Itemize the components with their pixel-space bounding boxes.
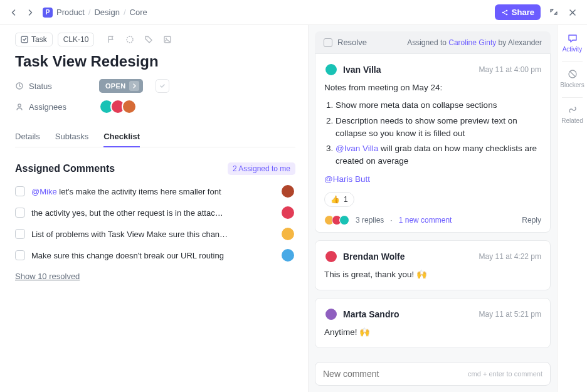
resolve-label[interactable]: Resolve (337, 38, 367, 47)
sidebar-item-related[interactable]: Related (558, 103, 587, 128)
avatar[interactable] (122, 99, 137, 114)
list-item: @Ivan Villa will grab data on how many c… (336, 142, 541, 168)
avatar[interactable] (280, 184, 295, 199)
composer-hint: cmd + enter to comment (468, 370, 542, 378)
assigned-comments-list: @Mike let's make the activity items here… (15, 184, 295, 263)
status-chip[interactable]: OPEN (99, 79, 143, 93)
right-sidebar: Activity Blockers Related (557, 25, 587, 392)
status-next-icon[interactable] (129, 81, 139, 91)
breadcrumb-item[interactable]: Product (56, 8, 85, 17)
svg-point-2 (506, 13, 508, 15)
reaction-count: 1 (344, 194, 348, 205)
tag-icon[interactable] (144, 35, 153, 44)
list-item: Description needs to show some preview t… (336, 115, 541, 140)
assignees-label: Assignees (15, 102, 90, 112)
share-button[interactable]: Share (495, 4, 541, 20)
task-type-label: Task (31, 35, 47, 44)
tab-checklist[interactable]: Checklist (103, 127, 140, 147)
activity-card: Ivan Villa May 11 at 4:00 pm Notes from … (315, 54, 551, 233)
tabs: Details Subtasks Checklist (15, 127, 295, 147)
comment-body: Notes from meeting on May 24: (324, 82, 541, 94)
right-pane: Resolve Assigned to Caroline Ginty by Al… (309, 25, 557, 392)
nav-back-button[interactable] (9, 8, 19, 18)
sprint-icon[interactable] (125, 35, 134, 44)
comment-input[interactable] (323, 369, 468, 379)
comment-time: May 11 at 4:00 pm (479, 65, 541, 74)
mark-complete-button[interactable] (156, 79, 169, 93)
assigned-comments-heading: Assigned Comments (15, 163, 115, 174)
share-button-label: Share (512, 8, 534, 17)
svg-point-1 (506, 9, 508, 11)
svg-point-5 (147, 38, 148, 39)
comment-author[interactable]: Marta Sandro (343, 309, 399, 319)
avatar[interactable] (324, 63, 338, 77)
avatar[interactable] (280, 226, 295, 241)
page-title[interactable]: Task View Redesign (15, 53, 295, 70)
breadcrumb-item[interactable]: Design (94, 8, 119, 17)
new-comment-indicator[interactable]: 1 new comment (399, 215, 452, 226)
checkbox[interactable] (15, 229, 25, 239)
sidebar-item-activity[interactable]: Activity (558, 31, 587, 56)
comment-composer[interactable]: cmd + enter to comment (315, 362, 551, 386)
reaction-emoji: 👍 (331, 194, 340, 205)
breadcrumb-item[interactable]: Core (130, 8, 147, 17)
workspace-logo[interactable]: P (43, 8, 53, 18)
reply-avatars[interactable] (324, 215, 349, 225)
reaction-chip[interactable]: 👍 1 (324, 192, 354, 207)
left-pane: Task CLK-10 Task View Redesign Status OP… (0, 25, 309, 392)
tab-details[interactable]: Details (15, 127, 40, 147)
comment-time: May 11 at 4:22 pm (479, 252, 541, 261)
list-item: Show more meta data on collapse sections (336, 99, 541, 112)
breadcrumb: Product / Design / Core (56, 8, 147, 17)
resolve-bar: Resolve Assigned to Caroline Ginty by Al… (315, 31, 551, 54)
avatar[interactable] (280, 248, 295, 263)
image-icon[interactable] (163, 35, 172, 44)
comment-body: This is great, thank you! 🙌 (324, 268, 541, 281)
resolve-checkbox[interactable] (324, 38, 332, 47)
list-item[interactable]: @Mike let's make the activity items here… (15, 184, 295, 199)
topbar: P Product / Design / Core Share (0, 0, 587, 25)
tab-subtasks[interactable]: Subtasks (55, 127, 88, 147)
assigned-user-link[interactable]: Caroline Ginty (448, 38, 496, 47)
comment-body: Anytime! 🙌 (324, 326, 541, 339)
mention[interactable]: @Haris Butt (324, 174, 370, 184)
replies-count[interactable]: 3 replies (356, 215, 384, 226)
list-item[interactable]: the activity yes, but the other request … (15, 205, 295, 220)
collapse-icon[interactable] (548, 7, 559, 18)
show-resolved-link[interactable]: Show 10 resolved (15, 272, 80, 281)
avatar[interactable] (324, 307, 338, 321)
mention[interactable]: @Ivan Villa (336, 144, 378, 153)
checkbox[interactable] (15, 186, 25, 196)
comment-author[interactable]: Brendan Wolfe (343, 252, 405, 262)
svg-point-9 (18, 104, 21, 107)
avatar[interactable] (280, 205, 295, 220)
comment-time: May 11 at 5:21 pm (479, 310, 541, 319)
checkbox[interactable] (15, 250, 25, 260)
reply-button[interactable]: Reply (522, 215, 541, 226)
svg-point-4 (127, 36, 133, 43)
comment-author[interactable]: Ivan Villa (343, 65, 381, 75)
task-id-chip[interactable]: CLK-10 (58, 33, 95, 46)
status-label: Status (15, 82, 90, 91)
list-item[interactable]: Make sure this change doesn't break our … (15, 248, 295, 263)
task-type-chip[interactable]: Task (15, 33, 53, 46)
nav-forward-button[interactable] (25, 8, 35, 18)
sidebar-item-label: Activity (563, 46, 583, 53)
activity-card: Brendan Wolfe May 11 at 4:22 pm This is … (315, 240, 551, 290)
close-icon[interactable] (567, 7, 578, 18)
mention[interactable]: @Mike (31, 187, 57, 196)
activity-card: Marta Sandro May 11 at 5:21 pm Anytime! … (315, 298, 551, 348)
avatar[interactable] (324, 250, 338, 263)
assignee-avatars[interactable] (99, 99, 137, 114)
checkbox[interactable] (15, 208, 25, 218)
list-item[interactable]: List of problems with Task View Make sur… (15, 226, 295, 241)
flag-icon[interactable] (107, 35, 115, 44)
sidebar-item-blockers[interactable]: Blockers (558, 67, 587, 92)
status-value: OPEN (105, 82, 125, 90)
assigned-to-me-badge[interactable]: 2 Assigned to me (228, 162, 295, 175)
sidebar-item-label: Blockers (560, 82, 584, 88)
sidebar-item-label: Related (561, 117, 583, 124)
svg-point-7 (166, 38, 167, 39)
